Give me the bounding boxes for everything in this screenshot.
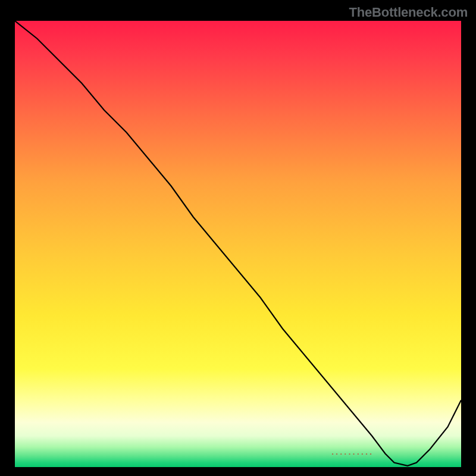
curve-layer: [15, 21, 461, 467]
plot-area: · · · · · · · · · ·: [15, 21, 461, 467]
marker-label: · · · · · · · · · ·: [332, 450, 372, 458]
watermark-text: TheBottleneck.com: [349, 5, 468, 20]
bottleneck-curve: [15, 21, 461, 466]
chart-frame: TheBottleneck.com · · · · · · · · · ·: [0, 0, 476, 476]
